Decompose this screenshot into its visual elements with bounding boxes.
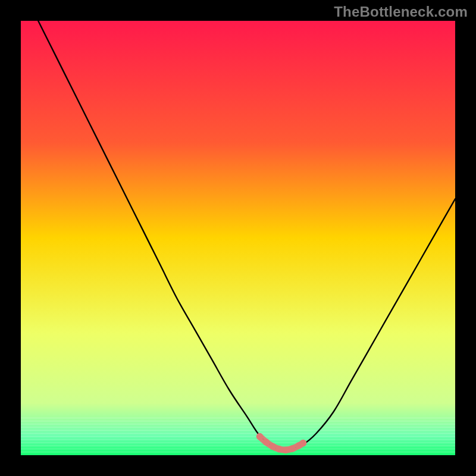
svg-rect-8 [21,430,455,431]
watermark-text: TheBottleneck.com [334,4,468,20]
svg-point-20 [300,440,307,447]
svg-point-17 [283,446,290,453]
svg-rect-11 [21,421,455,421]
chart-frame: TheBottleneck.com [0,0,476,476]
svg-point-14 [263,439,270,446]
svg-rect-7 [21,433,455,434]
bottleneck-curve-chart [21,21,455,455]
svg-point-15 [270,443,277,450]
svg-point-18 [289,445,296,452]
svg-point-13 [256,433,264,440]
svg-rect-2 [21,449,455,449]
svg-point-16 [276,446,283,453]
svg-rect-10 [21,424,455,424]
svg-rect-4 [21,442,455,443]
svg-rect-12 [21,418,455,418]
svg-rect-6 [21,436,455,437]
svg-rect-9 [21,427,455,427]
svg-rect-3 [21,446,455,446]
plot-area [21,21,455,455]
svg-rect-0 [21,21,455,455]
svg-rect-1 [21,452,455,452]
svg-rect-5 [21,439,455,440]
